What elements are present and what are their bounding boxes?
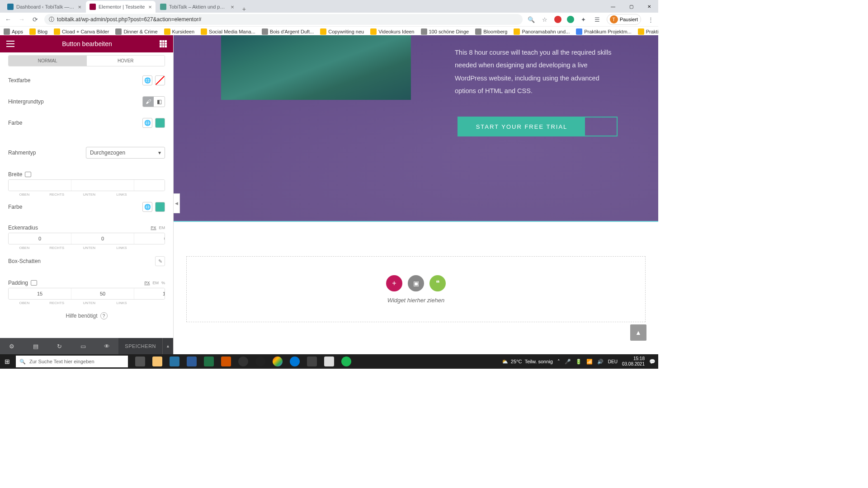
clock[interactable]: 15:18 03.08.2021 bbox=[622, 356, 645, 367]
new-tab-button[interactable]: + bbox=[239, 5, 250, 13]
device-icon[interactable] bbox=[25, 172, 31, 177]
close-icon[interactable]: × bbox=[231, 4, 234, 10]
unit-px[interactable]: PX bbox=[151, 225, 156, 230]
close-icon[interactable]: × bbox=[78, 4, 81, 10]
chevron-up-icon[interactable]: ˄ bbox=[557, 359, 560, 365]
add-section-button[interactable]: + bbox=[386, 275, 402, 291]
bg-gradient-button[interactable]: ◧ bbox=[154, 97, 165, 107]
bookmark-100[interactable]: 100 schöne Dinge bbox=[421, 28, 469, 35]
radius-bottom[interactable] bbox=[134, 233, 165, 244]
mic-icon[interactable]: 🎤 bbox=[565, 359, 571, 365]
bookmark-social[interactable]: Social Media Mana... bbox=[201, 28, 255, 35]
word-icon[interactable] bbox=[183, 354, 200, 369]
color-swatch-none[interactable] bbox=[155, 75, 165, 85]
unit-em[interactable]: EM bbox=[152, 281, 159, 285]
back-button[interactable]: ← bbox=[4, 15, 13, 24]
bookmark-bois[interactable]: Bois d'Argent Duft... bbox=[262, 28, 314, 35]
minimize-button[interactable]: — bbox=[604, 0, 622, 13]
cta-button[interactable]: START YOUR FREE TRIAL bbox=[458, 117, 618, 136]
scroll-top-button[interactable]: ▲ bbox=[630, 324, 646, 341]
outlook-icon[interactable] bbox=[166, 354, 183, 369]
edge-icon[interactable] bbox=[286, 354, 303, 369]
zoom-icon[interactable]: 🔍 bbox=[527, 15, 535, 23]
profile-badge[interactable]: T Pausiert bbox=[607, 14, 641, 25]
globe-icon[interactable]: 🌐 bbox=[142, 202, 152, 212]
notepad-icon[interactable] bbox=[321, 354, 338, 369]
battery-icon[interactable]: 🔋 bbox=[576, 359, 582, 365]
bookmark-blog[interactable]: Blog bbox=[29, 28, 47, 35]
maximize-button[interactable]: ▢ bbox=[622, 0, 640, 13]
unit-pct[interactable]: % bbox=[161, 281, 165, 285]
padding-right[interactable] bbox=[71, 288, 134, 299]
template-button[interactable]: ▣ bbox=[408, 275, 424, 291]
settings-icon[interactable]: ⚙ bbox=[0, 343, 24, 350]
breite-top[interactable] bbox=[9, 180, 71, 191]
extensions-icon[interactable]: ✦ bbox=[580, 15, 588, 23]
wifi-icon[interactable]: 📶 bbox=[586, 359, 593, 365]
taskview-icon[interactable] bbox=[132, 354, 149, 369]
close-window-button[interactable]: ✕ bbox=[640, 0, 658, 13]
powerpoint-icon[interactable] bbox=[217, 354, 235, 369]
ext-icon-1[interactable] bbox=[554, 16, 561, 23]
breite-bottom[interactable] bbox=[134, 180, 165, 191]
responsive-icon[interactable]: ▭ bbox=[71, 343, 94, 350]
bookmark-apps[interactable]: Apps bbox=[4, 28, 23, 35]
app-icon[interactable] bbox=[235, 354, 252, 369]
edit-icon[interactable]: ✎ bbox=[155, 256, 165, 266]
weather-widget[interactable]: ⛅ 25°C Teilw. sonnig bbox=[502, 359, 553, 365]
taskbar-search[interactable]: 🔍 Zur Suche Text hier eingeben bbox=[16, 356, 128, 367]
bookmark-dinner[interactable]: Dinner & Crime bbox=[115, 28, 157, 35]
bookmark-praktikum1[interactable]: Praktikum Projektm... bbox=[576, 28, 632, 35]
notifications-icon[interactable]: 💬 bbox=[649, 359, 656, 365]
color-swatch-teal[interactable] bbox=[155, 202, 165, 212]
tab-normal[interactable]: NORMAL bbox=[9, 56, 87, 66]
save-options-button[interactable]: ▲ bbox=[162, 338, 173, 354]
obs-icon[interactable] bbox=[252, 354, 269, 369]
preview-icon[interactable]: 👁 bbox=[95, 343, 118, 350]
globe-icon[interactable]: 🌐 bbox=[142, 118, 152, 128]
bookmark-panorama[interactable]: Panoramabahn und... bbox=[514, 28, 570, 35]
lang-indicator[interactable]: DEU bbox=[608, 359, 618, 364]
bookmark-bloomberg[interactable]: Bloomberg bbox=[475, 28, 507, 35]
tab-hover[interactable]: HOVER bbox=[87, 56, 165, 66]
app-icon-2[interactable] bbox=[303, 354, 321, 369]
device-icon[interactable] bbox=[31, 280, 37, 286]
bookmark-praktikum2[interactable]: Praktikum WU bbox=[638, 28, 658, 35]
ext-icon-2[interactable] bbox=[567, 16, 574, 23]
unit-px[interactable]: PX bbox=[144, 281, 150, 285]
close-icon[interactable]: × bbox=[148, 4, 152, 10]
save-button[interactable]: SPEICHERN bbox=[118, 338, 162, 354]
bookmark-copy[interactable]: Copywriting neu bbox=[320, 28, 364, 35]
forward-button[interactable]: → bbox=[17, 15, 26, 24]
tab-elementor[interactable]: Elementor | Testseite × bbox=[86, 1, 156, 13]
envato-button[interactable]: ❝ bbox=[429, 275, 446, 291]
padding-top[interactable] bbox=[9, 288, 71, 299]
chrome-icon[interactable] bbox=[269, 354, 286, 369]
address-bar[interactable]: ⓘ tobitalk.at/wp-admin/post.php?post=627… bbox=[44, 14, 523, 25]
menu-icon[interactable]: ⋮ bbox=[646, 15, 655, 23]
bookmark-cload[interactable]: Cload + Canva Bilder bbox=[54, 28, 109, 35]
unit-em[interactable]: EM bbox=[159, 225, 165, 230]
list-icon[interactable]: ☰ bbox=[593, 15, 601, 23]
history-icon[interactable]: ↻ bbox=[47, 343, 71, 350]
drop-section[interactable]: + ▣ ❝ Widget hierher ziehen bbox=[186, 256, 646, 322]
menu-icon[interactable] bbox=[6, 41, 14, 47]
volume-icon[interactable]: 🔊 bbox=[597, 359, 604, 365]
radius-right[interactable] bbox=[71, 233, 134, 244]
explorer-icon[interactable] bbox=[149, 354, 166, 369]
bg-classic-button[interactable]: 🖌 bbox=[143, 97, 154, 107]
spotify-icon[interactable] bbox=[338, 354, 355, 369]
color-swatch-teal[interactable] bbox=[155, 118, 165, 128]
tab-tobitalk[interactable]: TobiTalk – Aktien und persönlich × bbox=[156, 1, 238, 13]
border-type-select[interactable]: Durchgezogen ▾ bbox=[86, 147, 165, 159]
padding-bottom[interactable] bbox=[134, 288, 165, 299]
start-button[interactable]: ⊞ bbox=[0, 354, 14, 369]
radius-top[interactable] bbox=[9, 233, 71, 244]
navigator-icon[interactable]: ▤ bbox=[24, 343, 47, 350]
bookmark-video[interactable]: Videokurs Ideen bbox=[370, 28, 414, 35]
star-icon[interactable]: ☆ bbox=[541, 15, 549, 23]
hero-section[interactable]: This 8 hour course will teach you all th… bbox=[174, 35, 658, 222]
tab-dashboard[interactable]: Dashboard ‹ TobiTalk — WordPr × bbox=[4, 1, 85, 13]
widgets-icon[interactable] bbox=[160, 40, 167, 47]
reload-button[interactable]: ⟳ bbox=[31, 15, 40, 24]
